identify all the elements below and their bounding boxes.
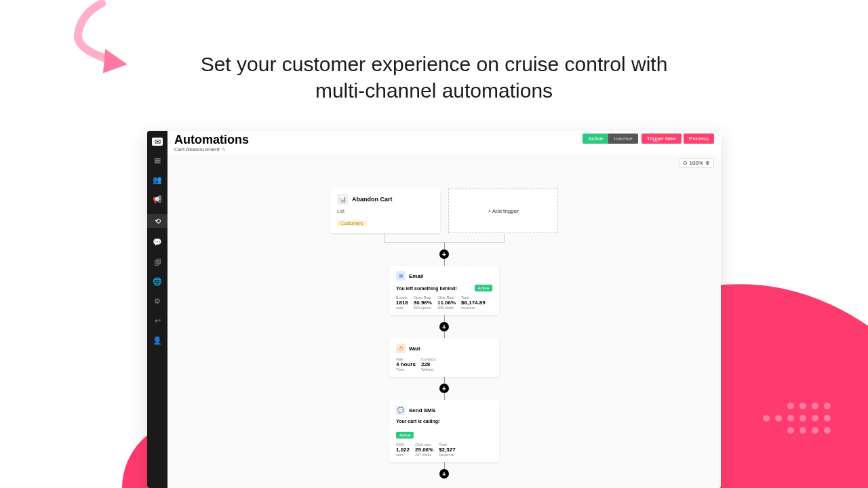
trigger-new-button[interactable]: Trigger New — [642, 134, 682, 144]
page-headline: Set your customer experience on cruise c… — [197, 51, 671, 104]
connector-line — [444, 259, 445, 266]
wait-step-card[interactable]: ⏱ Wait Wait4 hoursTime Contacts228Waitin… — [389, 338, 499, 377]
breadcrumb-text: Cart Abandonment — [174, 146, 220, 152]
trigger-sub-label: List — [337, 209, 433, 214]
users-icon[interactable]: 👥 — [153, 175, 163, 185]
connector-line — [444, 377, 445, 384]
trigger-card[interactable]: 📊 Abandon Cart List Customers — [330, 188, 440, 233]
email-step-title: Email — [409, 273, 423, 279]
sms-icon: 💬 — [396, 405, 406, 415]
page-title: Automations — [174, 134, 249, 146]
trigger-title: Abandon Cart — [352, 196, 393, 203]
breadcrumb[interactable]: Cart Abandonment ✎ — [174, 146, 249, 152]
main-content: Automations Cart Abandonment ✎ Active In… — [167, 131, 721, 488]
trigger-tag: Customers — [337, 220, 367, 226]
wait-icon: ⏱ — [396, 344, 406, 353]
add-step-button[interactable]: + — [439, 384, 449, 393]
wait-step-title: Wait — [409, 346, 420, 352]
logout-icon[interactable]: ↩ — [153, 316, 163, 326]
connector-line — [444, 331, 445, 338]
automation-icon[interactable]: ⟲ — [147, 214, 167, 228]
pages-icon[interactable]: 🗐 — [153, 257, 163, 267]
email-icon: ✉ — [396, 271, 406, 281]
cart-icon: 📊 — [337, 194, 348, 205]
dashboard-icon[interactable]: ▦ — [153, 155, 163, 165]
add-step-button[interactable]: + — [439, 469, 449, 479]
add-trigger-button[interactable]: + Add trigger — [448, 188, 558, 233]
edit-icon[interactable]: ✎ — [222, 147, 226, 152]
connector-line — [444, 462, 445, 469]
add-step-button[interactable]: + — [439, 322, 449, 331]
sms-subject: Your cart is calling! — [396, 419, 492, 424]
email-step-card[interactable]: ✉ Email You left something behind! Activ… — [389, 266, 499, 315]
sms-step-card[interactable]: 💬 Send SMS Your cart is calling! Active … — [389, 400, 499, 462]
decorative-dots — [763, 403, 831, 434]
inactive-button[interactable]: Inactive — [608, 134, 638, 144]
sms-step-title: Send SMS — [409, 407, 435, 413]
header: Automations Cart Abandonment ✎ Active In… — [167, 131, 721, 155]
status-badge: Active — [475, 285, 492, 291]
sidebar: ✉ ▦ 👥 📢 ⟲ 💬 🗐 🌐 ⚙ ↩ 👤 — [147, 131, 167, 488]
email-subject: You left something behind! — [396, 286, 457, 291]
decorative-arrow — [41, 0, 142, 78]
status-badge: Active — [396, 432, 414, 439]
user-icon[interactable]: 👤 — [153, 336, 163, 346]
connector — [384, 233, 505, 243]
active-button[interactable]: Active — [583, 134, 608, 144]
mail-icon[interactable]: ✉ — [152, 138, 163, 146]
connector-line — [444, 243, 445, 249]
add-step-button[interactable]: + — [439, 249, 449, 259]
connector-line — [444, 315, 445, 322]
automation-canvas[interactable]: 📊 Abandon Cart List Customers + Add trig… — [167, 155, 721, 488]
connector-line — [444, 393, 445, 400]
campaign-icon[interactable]: 📢 — [153, 195, 163, 205]
process-button[interactable]: Process — [684, 134, 714, 144]
app-window: ✉ ▦ 👥 📢 ⟲ 💬 🗐 🌐 ⚙ ↩ 👤 Automations Cart A… — [147, 131, 721, 488]
chat-icon[interactable]: 💬 — [153, 237, 163, 247]
settings-icon[interactable]: ⚙ — [153, 296, 163, 306]
globe-icon[interactable]: 🌐 — [153, 277, 163, 287]
